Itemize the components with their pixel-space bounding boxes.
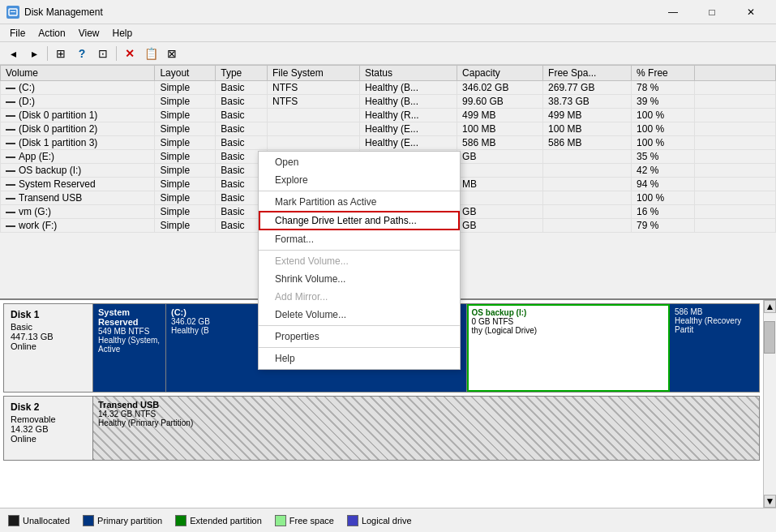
cell-layout: Simple	[155, 81, 216, 95]
ctx-open[interactable]: Open	[259, 153, 460, 171]
maximize-button[interactable]: □	[693, 0, 731, 24]
disk-section-spacer	[3, 464, 760, 508]
col-layout[interactable]: Layout	[155, 66, 216, 81]
title-bar: Disk Management — □ ✕	[0, 0, 776, 24]
ctx-sep-4	[259, 347, 460, 348]
legend-logical: Logical drive	[347, 515, 412, 526]
disk-1-label: Disk 1 Basic 447.13 GB Online	[4, 304, 93, 392]
ctx-sep-1	[259, 191, 460, 191]
table-row[interactable]: (Disk 0 partition 2) Simple Basic Health…	[1, 122, 776, 136]
disk-1-partition-backup[interactable]: OS backup (I:) 0 GB NTFS thy (Logical Dr…	[467, 304, 670, 392]
forward-button[interactable]: ▸	[24, 45, 44, 62]
legend-primary-icon	[83, 515, 94, 526]
col-freepct[interactable]: % Free	[632, 66, 695, 81]
col-type[interactable]: Type	[216, 66, 268, 81]
disk-2-partition-usb[interactable]: Transend USB 14.32 GB NTFS Healthy (Prim…	[93, 397, 759, 460]
ctx-shrink[interactable]: Shrink Volume...	[259, 270, 460, 288]
disk-1-partition-sysreserved[interactable]: System Reserved 549 MB NTFS Healthy (Sys…	[93, 304, 166, 392]
disk-1-partition-recovery[interactable]: 586 MB Healthy (Recovery Partit	[670, 304, 759, 392]
svg-rect-1	[11, 11, 15, 12]
col-volume[interactable]: Volume	[1, 66, 155, 81]
toolbar-separator-2	[116, 46, 117, 61]
col-freespace[interactable]: Free Spa...	[543, 66, 632, 81]
ctx-mark-active[interactable]: Mark Partition as Active	[259, 193, 460, 211]
legend-extended: Extended partition	[175, 515, 262, 526]
view-button[interactable]: ⊡	[93, 45, 113, 62]
settings-button[interactable]: ⊠	[162, 45, 182, 62]
scroll-down[interactable]: ▼	[764, 495, 776, 508]
table-row[interactable]: (Disk 1 partition 3) Simple Basic Health…	[1, 136, 776, 150]
table-row[interactable]: (D:) Simple Basic NTFS Healthy (B... 99.…	[1, 95, 776, 109]
ctx-change-drive-letter[interactable]: Change Drive Letter and Paths...	[259, 211, 460, 230]
disk-1-status: Online	[11, 341, 86, 351]
menu-file[interactable]: File	[3, 26, 32, 41]
disk-1-size: 447.13 GB	[11, 332, 86, 341]
legend-extended-icon	[175, 515, 186, 526]
col-extra[interactable]	[695, 66, 776, 81]
menu-help[interactable]: Help	[106, 26, 139, 41]
legend-free-label: Free space	[289, 516, 334, 526]
ctx-add-mirror: Add Mirror...	[259, 288, 460, 306]
scroll-up[interactable]: ▲	[764, 300, 776, 313]
scrollbar[interactable]: ▲ ▼	[763, 300, 776, 508]
cell-pct: 78 %	[632, 81, 695, 95]
disk-2-name: Disk 2	[11, 401, 86, 413]
menu-bar: File Action View Help	[0, 24, 776, 42]
context-menu: Open Explore Mark Partition as Active Ch…	[258, 151, 461, 370]
disk-2-row: Disk 2 Removable 14.32 GB Online Transen…	[3, 396, 760, 461]
legend-bar: Unallocated Primary partition Extended p…	[0, 508, 776, 532]
legend-extended-label: Extended partition	[190, 516, 262, 526]
ctx-help[interactable]: Help	[259, 350, 460, 367]
table-row[interactable]: (Disk 0 partition 1) Simple Basic Health…	[1, 109, 776, 122]
toolbar: ◂ ▸ ⊞ ? ⊡ ✕ 📋 ⊠	[0, 42, 776, 65]
cell-free: 269.77 GB	[543, 81, 632, 95]
properties-button[interactable]: ⊞	[51, 45, 71, 62]
cell-status: Healthy (B...	[360, 81, 457, 95]
legend-unallocated-label: Unallocated	[23, 516, 70, 526]
app-icon	[6, 6, 19, 19]
col-capacity[interactable]: Capacity	[457, 66, 543, 81]
legend-logical-label: Logical drive	[362, 516, 412, 526]
col-status[interactable]: Status	[360, 66, 457, 81]
ctx-properties[interactable]: Properties	[259, 328, 460, 345]
disk-1-type: Basic	[11, 322, 86, 332]
disk-1-name: Disk 1	[11, 309, 86, 320]
table-row[interactable]: (C:) Simple Basic NTFS Healthy (B... 346…	[1, 81, 776, 95]
ctx-sep-3	[259, 325, 460, 326]
window-controls: — □ ✕	[654, 0, 770, 24]
minimize-button[interactable]: —	[654, 0, 692, 24]
table-header-row: Volume Layout Type File System Status Ca…	[1, 66, 776, 81]
legend-primary: Primary partition	[83, 515, 162, 526]
cell-extra	[695, 81, 776, 95]
ctx-explore[interactable]: Explore	[259, 171, 460, 189]
legend-unallocated-icon	[8, 515, 19, 526]
back-button[interactable]: ◂	[3, 45, 23, 62]
scroll-thumb[interactable]	[764, 321, 775, 354]
cell-capacity: 346.02 GB	[457, 81, 543, 95]
delete-button[interactable]: ✕	[120, 45, 139, 62]
disk-2-label: Disk 2 Removable 14.32 GB Online	[4, 397, 93, 460]
scroll-track[interactable]	[764, 313, 776, 495]
legend-free-icon	[275, 515, 286, 526]
ctx-delete[interactable]: Delete Volume...	[259, 306, 460, 324]
cell-volume: (C:)	[1, 81, 155, 95]
menu-action[interactable]: Action	[32, 26, 71, 41]
legend-logical-icon	[347, 515, 358, 526]
toolbar-separator-1	[47, 46, 48, 61]
menu-view[interactable]: View	[72, 26, 106, 41]
col-filesystem[interactable]: File System	[268, 66, 360, 81]
disk-2-size: 14.32 GB	[11, 424, 86, 434]
disk-2-type: Removable	[11, 414, 86, 424]
window-title: Disk Management	[24, 6, 654, 18]
legend-free: Free space	[275, 515, 334, 526]
ctx-sep-2	[259, 250, 460, 251]
disk-2-status: Online	[11, 434, 86, 444]
help-button[interactable]: ?	[72, 45, 92, 62]
clipboard-button[interactable]: 📋	[141, 45, 161, 62]
ctx-format[interactable]: Format...	[259, 230, 460, 248]
ctx-extend: Extend Volume...	[259, 252, 460, 270]
cell-volume: (D:)	[1, 95, 155, 109]
close-button[interactable]: ✕	[732, 0, 770, 24]
legend-unallocated: Unallocated	[8, 515, 70, 526]
cell-type: Basic	[216, 81, 268, 95]
